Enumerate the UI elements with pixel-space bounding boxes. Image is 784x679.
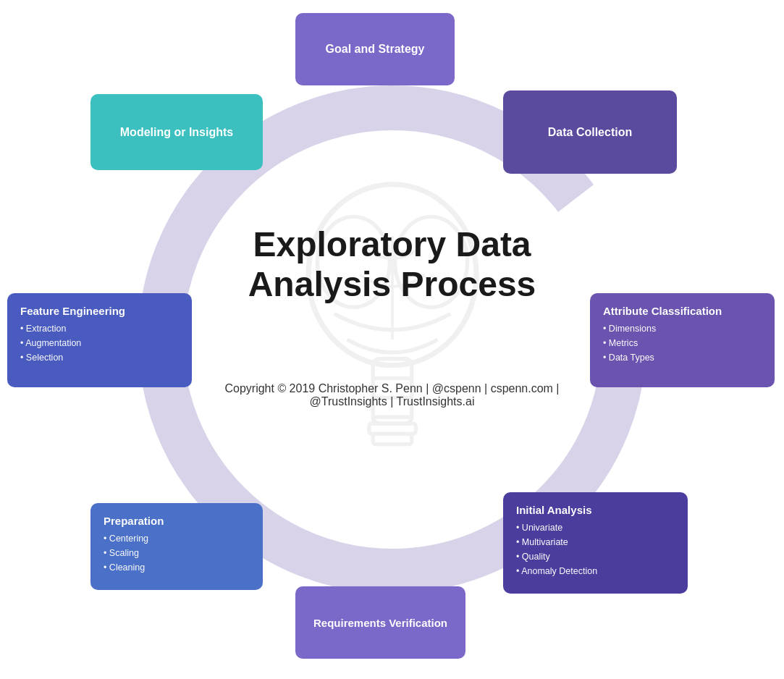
- card-initial-analysis: Initial Analysis Univariate Multivariate…: [503, 492, 688, 594]
- page-container: Exploratory Data Analysis Process Copyri…: [0, 0, 784, 679]
- brain-icon: [248, 159, 537, 520]
- card-initial-list: Univariate Multivariate Quality Anomaly …: [516, 520, 675, 578]
- card-preparation-list: Centering Scaling Cleaning: [104, 531, 250, 575]
- attribute-item-3: Data Types: [603, 350, 762, 365]
- main-title: Exploratory Data Analysis Process: [240, 224, 544, 304]
- attribute-item-1: Dimensions: [603, 321, 762, 336]
- card-data-collection-title: Data Collection: [548, 126, 632, 139]
- center-title: Exploratory Data Analysis Process: [240, 224, 544, 304]
- card-feature-title: Feature Engineering: [20, 305, 179, 317]
- card-modeling: Modeling or Insights: [90, 94, 263, 170]
- card-modeling-title: Modeling or Insights: [120, 126, 233, 139]
- attribute-item-2: Metrics: [603, 336, 762, 350]
- card-data-collection: Data Collection: [503, 90, 677, 174]
- card-attribute-title: Attribute Classification: [603, 305, 762, 317]
- card-goal: Goal and Strategy: [295, 13, 455, 85]
- feature-item-3: Selection: [20, 350, 179, 365]
- card-goal-title: Goal and Strategy: [326, 43, 425, 56]
- preparation-item-2: Scaling: [104, 546, 250, 560]
- card-preparation: Preparation Centering Scaling Cleaning: [90, 503, 263, 590]
- initial-item-4: Anomaly Detection: [516, 564, 675, 578]
- card-feature-list: Extraction Augmentation Selection: [20, 321, 179, 365]
- copyright-text: Copyright © 2019 Christopher S. Penn | @…: [190, 382, 595, 408]
- preparation-item-1: Centering: [104, 531, 250, 546]
- card-attribute-list: Dimensions Metrics Data Types: [603, 321, 762, 365]
- card-feature-engineering: Feature Engineering Extraction Augmentat…: [7, 293, 192, 387]
- feature-item-1: Extraction: [20, 321, 179, 336]
- initial-item-1: Univariate: [516, 520, 675, 535]
- initial-item-2: Multivariate: [516, 535, 675, 549]
- card-requirements-title: Requirements Verification: [313, 617, 447, 629]
- card-initial-title: Initial Analysis: [516, 504, 675, 516]
- preparation-item-3: Cleaning: [104, 560, 250, 575]
- initial-item-3: Quality: [516, 549, 675, 564]
- feature-item-2: Augmentation: [20, 336, 179, 350]
- card-attribute-classification: Attribute Classification Dimensions Metr…: [590, 293, 775, 387]
- card-preparation-title: Preparation: [104, 515, 250, 527]
- card-requirements-verification: Requirements Verification: [295, 586, 465, 659]
- svg-rect-13: [373, 434, 412, 444]
